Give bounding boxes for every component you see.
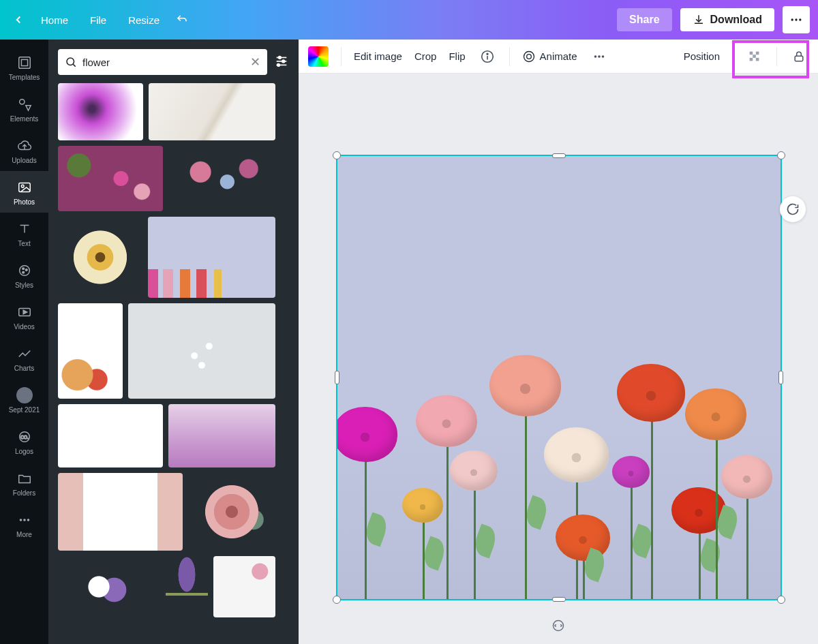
side-nav: Templates Elements Uploads Photos Text S… (0, 40, 48, 644)
photo-thumbnail[interactable] (128, 303, 275, 399)
svg-point-35 (598, 55, 601, 58)
search-icon (65, 56, 77, 68)
crop-button[interactable]: Crop (414, 50, 437, 62)
svg-point-28 (277, 64, 280, 67)
clear-search-button[interactable]: ✕ (250, 55, 260, 70)
context-more-button[interactable] (590, 47, 609, 66)
folder-avatar-icon (16, 387, 33, 403)
photo-thumbnail[interactable] (58, 556, 160, 617)
canvas-stage[interactable] (299, 74, 818, 644)
photo-thumbnail[interactable] (188, 473, 275, 551)
lock-button[interactable] (789, 47, 808, 66)
undo-button[interactable] (172, 10, 192, 30)
resize-menu[interactable]: Resize (119, 10, 169, 30)
resize-handle-e[interactable] (778, 371, 783, 384)
nav-photos[interactable]: Photos (0, 171, 48, 213)
resize-handle-ne[interactable] (777, 151, 785, 159)
nav-label: Charts (14, 365, 34, 372)
svg-point-33 (526, 54, 531, 59)
photo-thumbnail[interactable] (58, 303, 123, 399)
context-toolbar: Edit image Crop Flip Animate Position (299, 40, 818, 74)
photo-thumbnail[interactable] (168, 146, 275, 211)
svg-rect-8 (18, 183, 30, 192)
nav-label: Videos (14, 323, 34, 331)
thumbnail-row (58, 146, 285, 211)
nav-styles[interactable]: Styles (0, 254, 48, 296)
nav-uploads[interactable]: Uploads (0, 129, 48, 171)
nav-logos[interactable]: CO. Logos (0, 420, 48, 462)
photo-thumbnail[interactable] (148, 217, 275, 298)
nav-charts[interactable]: Charts (0, 337, 48, 379)
nav-label: Text (18, 240, 30, 247)
back-button[interactable] (8, 10, 29, 30)
nav-label: Templates (9, 74, 40, 81)
flip-button[interactable]: Flip (449, 50, 465, 62)
color-swatch[interactable] (308, 46, 329, 67)
nav-videos[interactable]: Videos (0, 296, 48, 337)
transparency-button[interactable] (745, 47, 764, 66)
nav-label: Logos (15, 448, 33, 455)
file-menu[interactable]: File (80, 10, 116, 30)
nav-label: Sept 2021 (9, 406, 40, 414)
download-button[interactable]: Download (680, 8, 774, 31)
thumbnail-row (58, 217, 285, 298)
info-button[interactable] (478, 47, 497, 66)
svg-rect-39 (753, 55, 756, 58)
more-menu-button[interactable] (783, 6, 810, 33)
svg-point-0 (791, 18, 793, 20)
resize-handle-sw[interactable] (333, 596, 341, 604)
refresh-button[interactable] (780, 196, 806, 222)
charts-icon (16, 346, 33, 362)
photos-panel: ✕ ◀ (48, 40, 299, 644)
photo-thumbnail[interactable] (213, 556, 275, 617)
position-button[interactable]: Position (684, 50, 720, 62)
animate-icon (522, 50, 536, 63)
svg-text:CO.: CO. (20, 435, 29, 440)
edit-image-button[interactable]: Edit image (354, 50, 402, 62)
styles-icon (16, 262, 33, 279)
photo-thumbnail[interactable] (58, 217, 142, 298)
selection-frame (336, 155, 782, 600)
svg-rect-37 (750, 51, 753, 55)
nav-sept2021[interactable]: Sept 2021 (0, 379, 48, 420)
nav-label: Uploads (12, 157, 37, 164)
nav-label: Elements (10, 115, 39, 123)
svg-point-18 (19, 519, 22, 521)
templates-icon (16, 55, 33, 71)
thumbnail-row (58, 473, 285, 551)
share-button[interactable]: Share (617, 8, 671, 31)
nav-folders[interactable]: Folders (0, 462, 48, 504)
photo-results[interactable] (58, 83, 289, 634)
nav-more[interactable]: More (0, 504, 48, 545)
photo-thumbnail[interactable] (58, 83, 143, 140)
animate-button[interactable]: Animate (522, 50, 577, 63)
svg-point-32 (524, 51, 534, 61)
svg-point-19 (23, 519, 26, 521)
resize-handle-nw[interactable] (333, 151, 341, 159)
photo-thumbnail[interactable] (58, 473, 183, 551)
filter-button[interactable] (274, 53, 289, 71)
photo-thumbnail[interactable] (149, 83, 275, 140)
nav-elements[interactable]: Elements (0, 88, 48, 129)
resize-handle-w[interactable] (335, 371, 339, 384)
photo-thumbnail[interactable] (58, 404, 163, 467)
dots-horizontal-icon (592, 49, 607, 64)
resize-handle-s[interactable] (552, 597, 566, 602)
uploads-icon (16, 138, 33, 154)
nav-label: Photos (14, 198, 35, 206)
resize-handle-se[interactable] (777, 596, 785, 604)
photo-thumbnail[interactable] (168, 404, 275, 467)
transparency-icon (747, 49, 762, 64)
resize-handle-n[interactable] (552, 153, 566, 158)
home-menu[interactable]: Home (31, 10, 78, 30)
photo-thumbnail[interactable] (166, 556, 208, 617)
search-input[interactable] (82, 57, 245, 68)
nav-text[interactable]: Text (0, 213, 48, 254)
page-sync-icon[interactable] (551, 619, 565, 636)
svg-point-9 (21, 185, 24, 187)
svg-point-20 (27, 519, 29, 521)
nav-templates[interactable]: Templates (0, 46, 48, 88)
animate-label: Animate (540, 50, 577, 62)
photo-thumbnail[interactable] (58, 146, 163, 211)
top-menu-bar: Home File Resize Share Download (0, 0, 818, 40)
